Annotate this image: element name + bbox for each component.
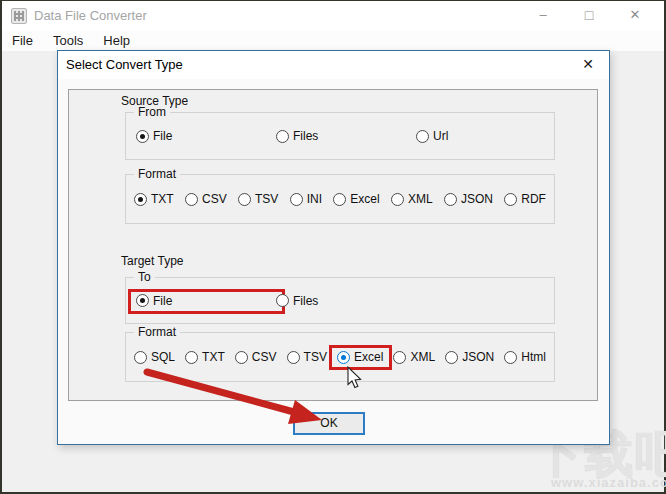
radio-circle-icon bbox=[333, 193, 346, 206]
radio-label: File bbox=[153, 294, 172, 308]
radio-label: JSON bbox=[462, 350, 494, 364]
maximize-button[interactable]: □ bbox=[566, 1, 612, 31]
radio-circle-icon bbox=[134, 193, 147, 206]
radio-label: Excel bbox=[354, 350, 383, 364]
convert-type-panel: Source Type From FileFilesUrl Format TXT… bbox=[68, 89, 598, 401]
radio-option-excel[interactable]: Excel bbox=[337, 350, 383, 364]
radio-label: Files bbox=[293, 294, 318, 308]
radio-circle-icon bbox=[287, 351, 300, 364]
radio-circle-icon bbox=[444, 193, 457, 206]
target-to-groupbox: To FileFiles bbox=[125, 277, 555, 324]
radio-label: Html bbox=[521, 350, 546, 364]
window-controls: – □ ✕ bbox=[520, 1, 658, 31]
radio-label: Excel bbox=[350, 192, 379, 206]
dialog-title: Select Convert Type bbox=[66, 51, 183, 79]
radio-circle-icon bbox=[136, 294, 149, 307]
target-format-options: SQLTXTCSVTSVExcelXMLJSONHtml bbox=[126, 333, 554, 381]
radio-label: TXT bbox=[202, 350, 225, 364]
radio-circle-icon bbox=[276, 294, 289, 307]
desktop-background: Data File Converter – □ ✕ File Tools Hel… bbox=[0, 0, 666, 494]
radio-circle-icon bbox=[185, 193, 198, 206]
radio-circle-icon bbox=[238, 193, 251, 206]
radio-circle-icon bbox=[416, 130, 429, 143]
dialog-close-icon[interactable]: ✕ bbox=[573, 51, 603, 79]
radio-circle-icon bbox=[504, 193, 517, 206]
radio-option-json[interactable]: JSON bbox=[445, 350, 494, 364]
menu-tools[interactable]: Tools bbox=[43, 31, 93, 51]
radio-option-files[interactable]: Files bbox=[276, 129, 416, 143]
radio-label: RDF bbox=[521, 192, 546, 206]
close-button[interactable]: ✕ bbox=[612, 1, 658, 31]
ok-button[interactable]: OK bbox=[293, 412, 365, 435]
watermark-url: www.xiazaiba.com bbox=[551, 475, 666, 490]
target-type-label: Target Type bbox=[121, 254, 183, 268]
radio-option-tsv[interactable]: TSV bbox=[287, 350, 327, 364]
radio-option-file[interactable]: File bbox=[136, 129, 276, 143]
radio-option-txt[interactable]: TXT bbox=[185, 350, 225, 364]
radio-option-files[interactable]: Files bbox=[276, 294, 416, 308]
app-icon bbox=[11, 8, 27, 24]
radio-label: XML bbox=[408, 192, 433, 206]
radio-circle-icon bbox=[290, 193, 303, 206]
radio-circle-icon bbox=[445, 351, 458, 364]
radio-label: Files bbox=[293, 129, 318, 143]
radio-option-xml[interactable]: XML bbox=[393, 350, 435, 364]
radio-circle-icon bbox=[185, 351, 198, 364]
radio-label: CSV bbox=[252, 350, 277, 364]
radio-circle-icon bbox=[393, 351, 406, 364]
radio-option-rdf[interactable]: RDF bbox=[504, 192, 546, 206]
radio-circle-icon bbox=[337, 351, 350, 364]
radio-circle-icon bbox=[391, 193, 404, 206]
radio-circle-icon bbox=[504, 351, 517, 364]
radio-option-txt[interactable]: TXT bbox=[134, 192, 174, 206]
radio-label: XML bbox=[410, 350, 435, 364]
radio-label: TXT bbox=[151, 192, 174, 206]
radio-label: JSON bbox=[461, 192, 493, 206]
source-format-groupbox: Format TXTCSVTSVINIExcelXMLJSONRDF bbox=[125, 174, 555, 224]
radio-option-csv[interactable]: CSV bbox=[235, 350, 277, 364]
target-format-groupbox: Format SQLTXTCSVTSVExcelXMLJSONHtml bbox=[125, 332, 555, 382]
dialog-titlebar: Select Convert Type ✕ bbox=[58, 51, 609, 79]
radio-option-json[interactable]: JSON bbox=[444, 192, 493, 206]
radio-label: TSV bbox=[304, 350, 327, 364]
radio-label: Url bbox=[433, 129, 448, 143]
menu-help[interactable]: Help bbox=[93, 31, 140, 51]
radio-option-excel[interactable]: Excel bbox=[333, 192, 379, 206]
minimize-button[interactable]: – bbox=[520, 1, 566, 31]
radio-circle-icon bbox=[276, 130, 289, 143]
radio-option-csv[interactable]: CSV bbox=[185, 192, 227, 206]
radio-label: File bbox=[153, 129, 172, 143]
radio-option-file[interactable]: File bbox=[136, 294, 276, 308]
app-title: Data File Converter bbox=[34, 1, 147, 31]
radio-label: CSV bbox=[202, 192, 227, 206]
radio-option-tsv[interactable]: TSV bbox=[238, 192, 278, 206]
source-format-options: TXTCSVTSVINIExcelXMLJSONRDF bbox=[126, 175, 554, 223]
source-from-groupbox: From FileFilesUrl bbox=[125, 112, 555, 160]
app-titlebar: Data File Converter – □ ✕ bbox=[2, 1, 664, 31]
radio-circle-icon bbox=[134, 351, 147, 364]
menu-file[interactable]: File bbox=[2, 31, 43, 51]
target-to-options: FileFiles bbox=[126, 278, 554, 323]
radio-label: SQL bbox=[151, 350, 175, 364]
menubar: File Tools Help bbox=[2, 31, 664, 51]
radio-option-ini[interactable]: INI bbox=[290, 192, 322, 206]
radio-circle-icon bbox=[235, 351, 248, 364]
radio-label: INI bbox=[307, 192, 322, 206]
radio-option-html[interactable]: Html bbox=[504, 350, 546, 364]
dialog-select-convert-type: Select Convert Type ✕ Source Type From F… bbox=[57, 50, 610, 445]
radio-label: TSV bbox=[255, 192, 278, 206]
radio-option-sql[interactable]: SQL bbox=[134, 350, 175, 364]
radio-option-xml[interactable]: XML bbox=[391, 192, 433, 206]
radio-option-url[interactable]: Url bbox=[416, 129, 556, 143]
radio-circle-icon bbox=[136, 130, 149, 143]
source-from-options: FileFilesUrl bbox=[126, 113, 554, 159]
